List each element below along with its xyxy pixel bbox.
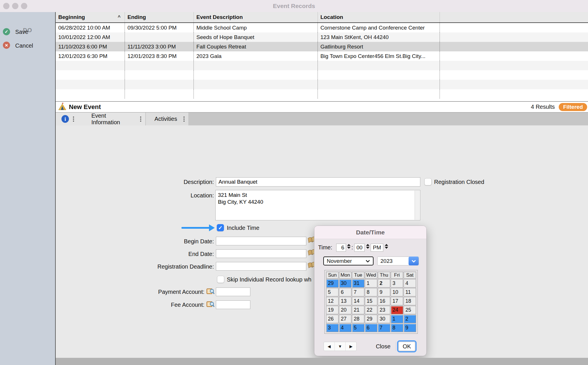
filtered-badge[interactable]: Filtered <box>559 103 587 111</box>
close-button[interactable]: Close <box>371 342 396 351</box>
calendar-day[interactable]: 9 <box>378 288 390 296</box>
day-of-week-row: SunMonTueWedThuFriSat <box>326 272 416 279</box>
calendar-day[interactable]: 14 <box>352 297 364 305</box>
kebab-dots-icon[interactable] <box>140 117 141 122</box>
end-date-input[interactable] <box>216 249 306 258</box>
column-header-location[interactable]: Location <box>318 12 440 22</box>
calendar-day[interactable]: 5 <box>352 324 364 332</box>
month-select[interactable]: November <box>323 257 374 265</box>
calendar-day[interactable]: 29 <box>326 279 339 288</box>
calendar-day[interactable]: 6 <box>339 288 351 296</box>
minute-field[interactable]: 00 <box>354 244 365 252</box>
fee-account-input[interactable] <box>216 300 250 309</box>
end-date-label: End Date: <box>144 251 214 257</box>
calendar-day[interactable]: 20 <box>339 306 351 314</box>
table-row[interactable] <box>56 89 588 99</box>
calendar-day[interactable]: 25 <box>404 306 416 314</box>
cancel-button[interactable]: Cancel <box>15 42 33 49</box>
calendar-week-row: 567891011 <box>326 288 416 296</box>
description-input[interactable] <box>216 177 420 187</box>
tab-activities[interactable]: Activities <box>154 116 177 122</box>
calendar-day[interactable]: 4 <box>339 324 351 332</box>
calendar-day[interactable]: 7 <box>378 324 390 332</box>
calendar-day[interactable]: 3 <box>326 324 339 332</box>
save-button[interactable]: Save <box>15 29 28 35</box>
calendar-day[interactable]: 5 <box>326 288 339 296</box>
table-row[interactable]: 06/28/2022 10:00 AM 09/30/2022 5:00 PM M… <box>56 23 588 32</box>
hour-field[interactable]: 6 <box>336 244 346 252</box>
calendar-day[interactable]: 12 <box>326 297 339 305</box>
location-textarea[interactable]: 321 Main St Big City, KY 44240 <box>215 190 420 220</box>
year-value[interactable]: 2023 <box>378 258 392 264</box>
calendar-day[interactable]: 13 <box>339 297 351 305</box>
table-row[interactable] <box>56 70 588 80</box>
calendar-day[interactable]: 4 <box>404 279 416 288</box>
tab-event-information[interactable]: Event Information <box>91 112 135 126</box>
kebab-dots-icon[interactable] <box>73 117 74 122</box>
description-label: Description: <box>149 179 214 185</box>
kebab-dots-icon[interactable] <box>183 117 185 122</box>
calendar-day[interactable]: 30 <box>339 279 351 288</box>
meridiem-field[interactable]: PM <box>371 244 383 252</box>
column-header-beginning[interactable]: Beginning ^ <box>56 12 125 22</box>
calendar-day[interactable]: 6 <box>365 324 377 332</box>
calendar-day[interactable]: 21 <box>352 306 364 314</box>
calendar-day[interactable]: 30 <box>378 315 390 323</box>
calendar-day[interactable]: 31 <box>352 279 364 288</box>
calendar-day[interactable]: 15 <box>365 297 377 305</box>
calendar-day[interactable]: 19 <box>326 306 339 314</box>
begin-date-input[interactable] <box>216 237 306 245</box>
column-header-event-description[interactable]: Event Description <box>194 12 318 22</box>
payment-account-lookup-icon[interactable] <box>206 287 215 296</box>
cell-location: 123 Main StKent, OH 44240 <box>318 32 440 42</box>
calendar-day[interactable]: 22 <box>365 306 377 314</box>
hour-stepper[interactable] <box>347 244 351 249</box>
day-of-week-header: Tue <box>352 272 364 279</box>
skip-lookup-checkbox[interactable] <box>217 276 224 283</box>
calendar-day[interactable]: 3 <box>391 279 403 288</box>
skip-lookup-label: Skip Individual Record lookup wh <box>227 276 312 283</box>
calendar-day[interactable]: 9 <box>404 324 416 332</box>
payment-account-input[interactable] <box>216 288 250 296</box>
calendar-day[interactable]: 8 <box>391 324 403 332</box>
year-dropdown-button[interactable] <box>409 257 419 265</box>
cell-beginning: 06/28/2022 10:00 AM <box>56 23 125 32</box>
next-month-button[interactable]: ▶ <box>346 342 356 351</box>
calendar-day[interactable]: 23 <box>378 306 390 314</box>
calendar-day[interactable]: 18 <box>404 297 416 305</box>
fee-account-lookup-icon[interactable] <box>206 300 215 309</box>
calendar-day[interactable]: 11 <box>404 288 416 296</box>
record-title: New Event <box>69 103 101 111</box>
month-menu-button[interactable]: ▼ <box>335 342 346 351</box>
calendar-day[interactable]: 26 <box>326 315 339 323</box>
table-row[interactable]: 10/01/2022 12:00 AM Seeds of Hope Banque… <box>56 32 588 42</box>
calendar-day[interactable]: 17 <box>391 297 403 305</box>
minute-stepper[interactable] <box>366 244 370 249</box>
calendar-day[interactable]: 27 <box>339 315 351 323</box>
calendar-day[interactable]: 2 <box>378 279 390 288</box>
location-scrollbar[interactable] <box>415 191 420 220</box>
calendar-day[interactable]: 24 <box>391 306 403 314</box>
include-time-checkbox[interactable]: ✓ <box>217 224 224 231</box>
table-row[interactable]: 11/10/2023 6:00 PM 11/11/2023 3:00 PM Fa… <box>56 42 588 51</box>
calendar-day[interactable]: 10 <box>391 288 403 296</box>
calendar-day[interactable]: 2 <box>404 315 416 323</box>
registration-deadline-input[interactable] <box>216 262 306 271</box>
table-row[interactable]: 12/01/2023 6:30 PM 12/01/2023 8:30 PM 20… <box>56 51 588 61</box>
calendar-day[interactable]: 28 <box>352 315 364 323</box>
registration-closed-checkbox[interactable] <box>424 178 432 185</box>
ok-button[interactable]: OK <box>399 342 415 351</box>
calendar-day[interactable]: 29 <box>365 315 377 323</box>
prev-month-button[interactable]: ◀ <box>324 342 335 351</box>
calendar-day[interactable]: 16 <box>378 297 390 305</box>
column-header-ending[interactable]: Ending <box>125 12 194 22</box>
calendar-day[interactable]: 7 <box>352 288 364 296</box>
calendar-day[interactable]: 8 <box>365 288 377 296</box>
calendar-day[interactable]: 1 <box>391 315 403 323</box>
meridiem-stepper[interactable] <box>384 244 388 249</box>
info-icon[interactable]: i <box>61 115 69 123</box>
table-row[interactable] <box>56 80 588 89</box>
calendar-nav-group: ◀▼▶ <box>324 342 357 351</box>
calendar-day[interactable]: 1 <box>365 279 377 288</box>
table-row[interactable] <box>56 61 588 70</box>
